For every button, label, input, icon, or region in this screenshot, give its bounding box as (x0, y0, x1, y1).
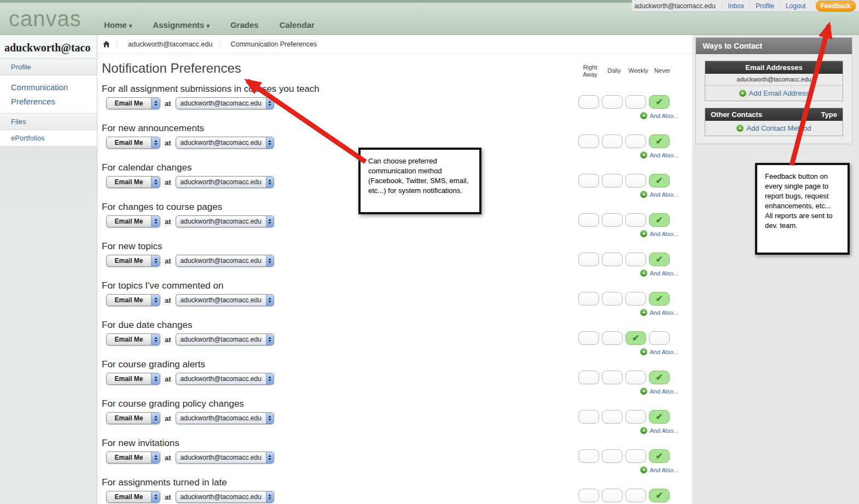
frequency-checkbox-daily[interactable] (602, 174, 623, 187)
frequency-checkbox-weekly[interactable] (625, 371, 646, 384)
frequency-checkbox-never[interactable]: ✔ (649, 292, 670, 306)
and-also-link[interactable]: And Also... (584, 151, 678, 159)
and-also-link[interactable]: And Also... (584, 230, 678, 237)
email-address-select[interactable]: aduckworth@tacomacc.edu (176, 412, 274, 424)
email-addresses-table: Email Addresses aduckworth@tacomacc.edu … (705, 61, 843, 101)
email-address-select[interactable]: aduckworth@tacomacc.edu (176, 373, 274, 385)
and-also-link[interactable]: And Also... (584, 191, 678, 198)
inbox-link[interactable]: Inbox (722, 2, 750, 10)
delivery-method-select[interactable]: Email Me (106, 412, 160, 424)
and-also-link[interactable]: And Also... (584, 388, 678, 395)
nav-home[interactable]: Home (104, 20, 132, 30)
frequency-checkbox-weekly[interactable] (625, 134, 646, 148)
frequency-checkbox-never[interactable]: ✔ (649, 449, 670, 463)
frequency-checkbox-weekly[interactable] (625, 174, 646, 187)
frequency-checkbox-weekly[interactable] (625, 449, 646, 463)
sidebar-item-communication-preferences[interactable]: Communication Preferences (0, 75, 97, 114)
email-address-select[interactable]: aduckworth@tacomacc.edu (176, 452, 274, 464)
email-address-select[interactable]: aduckworth@tacomacc.edu (176, 215, 274, 227)
email-address-select[interactable]: aduckworth@tacomacc.edu (176, 491, 274, 503)
frequency-checkbox-right-away[interactable] (578, 449, 599, 463)
frequency-checkbox-right-away[interactable] (578, 292, 599, 306)
and-also-link[interactable]: And Also... (584, 269, 678, 277)
frequency-checkbox-weekly[interactable] (625, 410, 646, 424)
add-contact-method-button[interactable]: Add Contact Method (705, 121, 843, 136)
frequency-checkbox-daily[interactable] (602, 95, 623, 109)
frequency-checkbox-never[interactable]: ✔ (649, 174, 670, 187)
frequency-checkbox-daily[interactable] (602, 449, 623, 463)
home-icon[interactable] (103, 40, 110, 48)
plus-icon (736, 125, 744, 132)
and-also-link[interactable]: And Also... (584, 309, 678, 316)
delivery-method-select[interactable]: Email Me (106, 491, 160, 503)
frequency-checkbox-right-away[interactable] (578, 134, 599, 148)
frequency-checkbox-never[interactable]: ✔ (649, 410, 670, 424)
frequency-checkbox-weekly[interactable] (625, 95, 646, 109)
nav-calendar[interactable]: Calendar (280, 20, 315, 30)
and-also-link[interactable]: And Also... (584, 466, 678, 473)
email-address-select[interactable]: aduckworth@tacomacc.edu (176, 176, 274, 188)
frequency-checkbox-daily[interactable] (602, 410, 623, 424)
frequency-checkbox-never[interactable]: ✔ (649, 253, 670, 266)
frequency-checkbox-never[interactable]: ✔ (649, 213, 670, 227)
delivery-method-select[interactable]: Email Me (106, 333, 160, 345)
frequency-checkbox-weekly[interactable] (625, 213, 646, 227)
frequency-checkbox-daily[interactable] (602, 134, 623, 148)
canvas-logo[interactable]: canvas (9, 7, 82, 31)
frequency-checkbox-weekly[interactable] (625, 292, 646, 306)
and-also-link[interactable]: And Also... (584, 112, 678, 119)
breadcrumb-user[interactable]: aduckworth@tacomacc.edu (128, 40, 212, 48)
topbar-user-email: aduckworth@tacomacc.edu (634, 2, 715, 10)
frequency-checkbox-never[interactable]: ✔ (649, 489, 670, 502)
frequency-checkbox-daily[interactable] (602, 292, 623, 306)
sidebar-item-profile[interactable]: Profile (0, 59, 97, 75)
add-email-address-button[interactable]: Add Email Address (705, 86, 843, 101)
frequency-checkbox-daily[interactable] (602, 213, 623, 227)
frequency-checkbox-never[interactable] (649, 331, 670, 345)
email-address-select[interactable]: aduckworth@tacomacc.edu (176, 97, 274, 109)
and-also-link[interactable]: And Also... (584, 348, 678, 355)
frequency-checkbox-right-away[interactable] (578, 371, 599, 384)
frequency-checkbox-right-away[interactable] (578, 331, 599, 345)
frequency-checkbox-daily[interactable] (602, 489, 623, 502)
frequency-checkbox-right-away[interactable] (578, 174, 599, 187)
delivery-method-select[interactable]: Email Me (106, 294, 160, 306)
email-address-select[interactable]: aduckworth@tacomacc.edu (176, 255, 274, 267)
delivery-method-select[interactable]: Email Me (106, 97, 160, 109)
feedback-button[interactable]: Feedback (816, 1, 856, 11)
delivery-method-select[interactable]: Email Me (106, 373, 160, 385)
frequency-checkbox-never[interactable]: ✔ (649, 95, 670, 109)
logout-link[interactable]: Logout (780, 2, 811, 10)
frequency-checkbox-right-away[interactable] (578, 489, 599, 502)
nav-assignments[interactable]: Assignments (153, 20, 210, 30)
email-address-value: aduckworth@tacomacc.edu (176, 413, 266, 424)
sidebar-item-files[interactable]: Files (0, 114, 97, 130)
frequency-checkbox-right-away[interactable] (578, 253, 599, 266)
delivery-method-select[interactable]: Email Me (106, 452, 160, 464)
email-address-select[interactable]: aduckworth@tacomacc.edu (176, 333, 274, 345)
frequency-checkbox-right-away[interactable] (578, 410, 599, 424)
frequency-checkbox-daily[interactable] (602, 253, 623, 266)
frequency-checkbox-never[interactable]: ✔ (649, 371, 670, 384)
breadcrumb-current[interactable]: Communication Preferences (230, 40, 317, 48)
delivery-method-select[interactable]: Email Me (106, 137, 160, 149)
frequency-checkbox-daily[interactable] (602, 331, 623, 345)
frequency-checkbox-never[interactable]: ✔ (649, 134, 670, 148)
delivery-method-select[interactable]: Email Me (106, 215, 160, 227)
frequency-checkbox-weekly[interactable] (625, 253, 646, 266)
delivery-method-select[interactable]: Email Me (106, 255, 160, 267)
sidebar: aduckworth@taco Profile Communication Pr… (0, 35, 97, 504)
notification-category: For all assignment submissions in course… (97, 81, 692, 120)
profile-link[interactable]: Profile (750, 2, 780, 10)
nav-grades[interactable]: Grades (230, 20, 259, 30)
email-address-select[interactable]: aduckworth@tacomacc.edu (176, 137, 274, 149)
frequency-checkbox-weekly[interactable]: ✔ (625, 331, 646, 345)
frequency-checkbox-right-away[interactable] (578, 95, 599, 109)
frequency-checkbox-weekly[interactable] (625, 489, 646, 502)
delivery-method-select[interactable]: Email Me (106, 176, 160, 188)
frequency-checkbox-daily[interactable] (602, 371, 623, 384)
email-address-select[interactable]: aduckworth@tacomacc.edu (176, 294, 274, 306)
frequency-checkbox-right-away[interactable] (578, 213, 599, 227)
sidebar-item-eportfolios[interactable]: ePortfolios (0, 130, 97, 146)
and-also-link[interactable]: And Also... (584, 427, 678, 434)
